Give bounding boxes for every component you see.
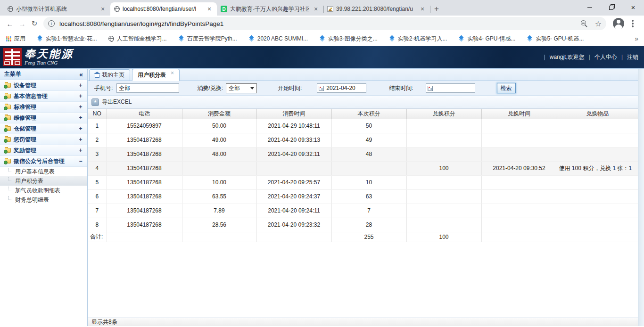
phone-input[interactable]	[116, 83, 179, 93]
bookmark-item[interactable]: 应用	[6, 35, 25, 43]
sidebar-subitem[interactable]: 用户基本信息表	[0, 167, 87, 176]
sidebar-item[interactable]: 奖励管理+	[0, 145, 87, 156]
sidebar-subitem[interactable]: 财务总明细表	[0, 195, 87, 204]
separator: |	[589, 54, 590, 60]
expand-toggle-icon[interactable]: +	[78, 136, 83, 143]
profile-center-link[interactable]: 个人中心	[594, 53, 617, 61]
tab-close-icon[interactable]: ×	[206, 5, 213, 13]
sidebar-item[interactable]: 基本信息管理+	[0, 91, 87, 102]
expand-toggle-icon[interactable]: +	[78, 82, 83, 89]
bookmark-item[interactable]: 2020 ABC SUMMI...	[248, 35, 308, 42]
browser-menu-icon[interactable]	[632, 23, 634, 25]
expand-toggle-icon[interactable]: +	[78, 114, 83, 121]
tab-my-home[interactable]: 我的主页	[89, 69, 130, 81]
column-header[interactable]: 消费金额	[182, 109, 256, 119]
sidebar-item[interactable]: 标准管理+	[0, 102, 87, 113]
back-button[interactable]: ←	[4, 20, 16, 28]
calendar-icon[interactable]	[428, 86, 433, 91]
browser-tab-title: 小型微型计算机系统	[16, 5, 96, 13]
sidebar-item[interactable]: 设备管理+	[0, 80, 87, 91]
table-cell	[557, 119, 638, 133]
app-header: 奉天能源 Feng Tian CNG | wangjt,欢迎您 | 个人中心 |…	[0, 46, 644, 69]
bookmark-item[interactable]: 实验4- GPU-情感...	[458, 35, 515, 43]
tab-close-icon[interactable]: ×	[312, 5, 320, 13]
start-date-input[interactable]: 2021-04-20	[317, 83, 366, 93]
bookmarks-overflow-chevron[interactable]: »	[635, 35, 638, 42]
restore-button[interactable]	[601, 0, 622, 14]
sidebar-title: 主菜单	[4, 70, 21, 78]
url-text[interactable]: localhost:8080/fengtian/user/login#gzh/f…	[59, 20, 580, 27]
search-button[interactable]: 检索	[497, 83, 516, 93]
column-header[interactable]: 本次积分	[331, 109, 406, 119]
table-cell: 2021-04-20 09:24:37	[256, 189, 331, 204]
table-cell: 10.00	[182, 175, 256, 189]
table-row[interactable]: 81350418726828.562021-04-20 09:23:3228	[88, 218, 638, 232]
minimize-button[interactable]	[579, 0, 601, 14]
table-cell: 15524059897	[107, 119, 182, 133]
tab-close-icon[interactable]: ×	[419, 5, 426, 13]
table-row[interactable]: 31350418726848.002021-04-20 09:32:1148	[88, 147, 638, 161]
table-row[interactable]: 21350418726849.002021-04-20 09:33:1349	[88, 133, 638, 147]
new-tab-button[interactable]: +	[430, 2, 443, 16]
table-cell: 2021-04-20 09:24:11	[256, 204, 331, 218]
profile-avatar[interactable]	[613, 18, 624, 29]
browser-tab[interactable]: 39.98.221.201:8080/fengtian/u×	[323, 2, 430, 16]
expand-toggle-icon[interactable]: −	[78, 158, 83, 164]
bookmark-item[interactable]: 实验1-智慧农业-花...	[37, 35, 97, 43]
browser-tab[interactable]: D大鹏教育-千万人的兴趣学习社区×	[217, 2, 323, 16]
column-header[interactable]: NO	[88, 109, 107, 119]
table-cell: 2021-04-20 09:23:32	[256, 218, 331, 232]
user-greeting: wangjt,欢迎您	[550, 53, 585, 61]
table-row[interactable]: 11552405989750.002021-04-29 10:48:1150	[88, 119, 638, 133]
scrollbar-track[interactable]	[638, 69, 644, 326]
bookmark-item[interactable]: 实验2-机器学习入...	[389, 35, 447, 43]
bookmark-item[interactable]: 实验3-图像分类之...	[319, 35, 378, 43]
table-row[interactable]: 61350418726863.552021-04-20 09:24:3763	[88, 189, 638, 204]
end-date-input[interactable]	[426, 83, 475, 93]
bookmark-item[interactable]: 实验5- GPU-机器...	[527, 35, 584, 43]
table-cell	[557, 204, 638, 218]
sidebar-item[interactable]: 维修管理+	[0, 113, 87, 123]
screen: 小型微型计算机系统×localhost:8080/fengtian/user/l…	[0, 0, 644, 327]
export-excel-button[interactable]: 导出EXCEL	[88, 96, 638, 109]
expand-toggle-icon[interactable]: +	[78, 125, 83, 132]
page-info-icon[interactable]	[48, 20, 55, 27]
bookmark-item[interactable]: 百度云智学院Pyth...	[178, 35, 237, 43]
tab-user-points[interactable]: 用户积分表 ×	[132, 69, 180, 81]
table-row[interactable]: 51350418726810.002021-04-20 09:25:5710	[88, 175, 638, 189]
sidebar-subitem[interactable]: 加气员收款明细表	[0, 186, 87, 195]
sidebar-subitem[interactable]: 用户积分表	[0, 176, 87, 186]
logout-link[interactable]: 注销	[627, 53, 638, 61]
tab-close-icon[interactable]: ×	[171, 70, 174, 76]
column-header[interactable]: 兑换积分	[406, 109, 481, 119]
table-cell: 28	[331, 218, 406, 232]
expand-toggle-icon[interactable]: +	[78, 147, 83, 154]
browser-tab[interactable]: 小型微型计算机系统×	[4, 2, 110, 16]
type-select[interactable]: 全部	[226, 83, 257, 93]
tree-branch-icon	[8, 177, 12, 181]
calendar-icon[interactable]	[319, 86, 324, 91]
company-logo	[3, 48, 22, 66]
expand-toggle-icon[interactable]: +	[78, 104, 83, 110]
expand-toggle-icon[interactable]: +	[78, 93, 83, 99]
column-header[interactable]: 兑换时间	[481, 109, 557, 119]
column-header[interactable]: 消费时间	[256, 109, 331, 119]
zoom-out-icon[interactable]	[580, 19, 588, 28]
browser-tab[interactable]: localhost:8080/fengtian/user/l×	[110, 2, 217, 16]
table-row[interactable]: 4135041872681002021-04-20 09:30:52使用 100…	[88, 161, 638, 175]
column-header[interactable]: 电话	[107, 109, 182, 119]
bookmark-item[interactable]: 人工智能全栈学习...	[108, 35, 167, 43]
sidebar-item[interactable]: 惩罚管理+	[0, 134, 87, 145]
tab-close-icon[interactable]: ×	[99, 5, 107, 13]
table-row[interactable]: 7135041872687.892021-04-20 09:24:117	[88, 204, 638, 218]
bookmark-star-icon[interactable]: ☆	[595, 19, 602, 28]
window-close-button[interactable]: ×	[622, 0, 644, 14]
forward-button[interactable]: →	[16, 20, 28, 28]
sidebar-item[interactable]: 仓储管理+	[0, 123, 87, 134]
address-bar[interactable]: localhost:8080/fengtian/user/login#gzh/f…	[43, 17, 606, 30]
column-header[interactable]: 兑换物品	[557, 109, 638, 119]
sidebar-item[interactable]: 微信公众号后台管理−	[0, 156, 87, 167]
sidebar-collapse-icon[interactable]: «	[79, 71, 83, 78]
table-cell: 28.56	[182, 218, 256, 232]
reload-button[interactable]: ↻	[28, 19, 41, 28]
